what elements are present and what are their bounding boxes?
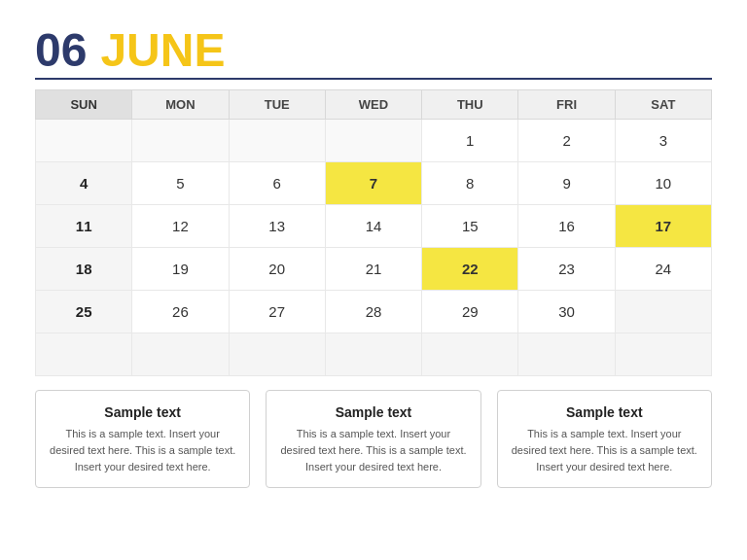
header-fri: FRI: [518, 90, 615, 120]
calendar-day: 4: [36, 162, 132, 205]
header-tue: TUE: [229, 90, 325, 120]
header-sat: SAT: [615, 90, 711, 120]
calendar-day: 2: [518, 120, 615, 162]
calendar-day: 8: [422, 162, 518, 205]
card-body: This is a sample text. Insert your desir…: [280, 426, 466, 475]
calendar-day: [615, 333, 711, 376]
calendar-day: 13: [229, 205, 325, 248]
page-container: 06 JUNE SUN MON TUE WED THU FRI SAT 1234…: [0, 0, 747, 508]
calendar-day: 6: [229, 162, 325, 205]
info-card: Sample textThis is a sample text. Insert…: [497, 390, 712, 488]
calendar-day: [518, 333, 615, 376]
card-title: Sample text: [512, 404, 697, 420]
header-wed: WED: [325, 90, 421, 120]
calendar-day: [132, 333, 229, 376]
calendar-day: [422, 333, 518, 376]
calendar-day: 5: [132, 162, 229, 205]
calendar-day: 25: [36, 291, 132, 333]
calendar-day: 18: [36, 248, 132, 291]
calendar-day: 30: [518, 291, 615, 333]
header-divider: [35, 78, 712, 80]
calendar-week-row: 45678910: [36, 162, 712, 205]
calendar-day: 27: [229, 291, 325, 333]
calendar-header: 06 JUNE: [35, 27, 712, 74]
calendar-day: 12: [132, 205, 229, 248]
calendar-day: 14: [325, 205, 421, 248]
calendar-day: 10: [615, 162, 711, 205]
calendar-day: [325, 333, 421, 376]
calendar-day: [615, 291, 711, 333]
calendar-day: 21: [325, 248, 421, 291]
header-sun: SUN: [36, 90, 132, 120]
calendar-day: 29: [422, 291, 518, 333]
info-card: Sample textThis is a sample text. Insert…: [266, 390, 480, 488]
calendar-day: 3: [615, 120, 711, 162]
calendar-week-row: 123: [36, 120, 712, 162]
cards-section: Sample textThis is a sample text. Insert…: [35, 390, 712, 488]
calendar-week-row: 11121314151617: [36, 205, 712, 248]
calendar-day: 7: [325, 162, 421, 205]
calendar-day: 19: [132, 248, 229, 291]
calendar-day: [132, 120, 229, 162]
card-body: This is a sample text. Insert your desir…: [50, 426, 235, 475]
card-body: This is a sample text. Insert your desir…: [512, 426, 697, 475]
calendar-day: 1: [422, 120, 518, 162]
calendar-day: 20: [229, 248, 325, 291]
info-card: Sample textThis is a sample text. Insert…: [35, 390, 250, 488]
calendar-day: 26: [132, 291, 229, 333]
month-number: 06: [35, 27, 87, 74]
card-title: Sample text: [50, 404, 235, 420]
calendar-day: 11: [36, 205, 132, 248]
calendar-day: [229, 120, 325, 162]
calendar-week-row: [36, 333, 712, 376]
calendar-day: 16: [518, 205, 615, 248]
calendar-day: 23: [518, 248, 615, 291]
calendar-day: 15: [422, 205, 518, 248]
header-thu: THU: [422, 90, 518, 120]
calendar-day: [325, 120, 421, 162]
calendar-day: 28: [325, 291, 421, 333]
card-title: Sample text: [280, 404, 466, 420]
calendar-header-row: SUN MON TUE WED THU FRI SAT: [36, 90, 712, 120]
calendar-day: 22: [422, 248, 518, 291]
month-name: JUNE: [100, 27, 225, 74]
calendar-day: 17: [615, 205, 711, 248]
calendar-day: [36, 120, 132, 162]
calendar-day: 9: [518, 162, 615, 205]
calendar-day: [36, 333, 132, 376]
calendar-week-row: 252627282930: [36, 291, 712, 333]
calendar-table: SUN MON TUE WED THU FRI SAT 123456789101…: [35, 89, 712, 376]
calendar-week-row: 18192021222324: [36, 248, 712, 291]
calendar-day: [229, 333, 325, 376]
header-mon: MON: [132, 90, 229, 120]
calendar-day: 24: [615, 248, 711, 291]
